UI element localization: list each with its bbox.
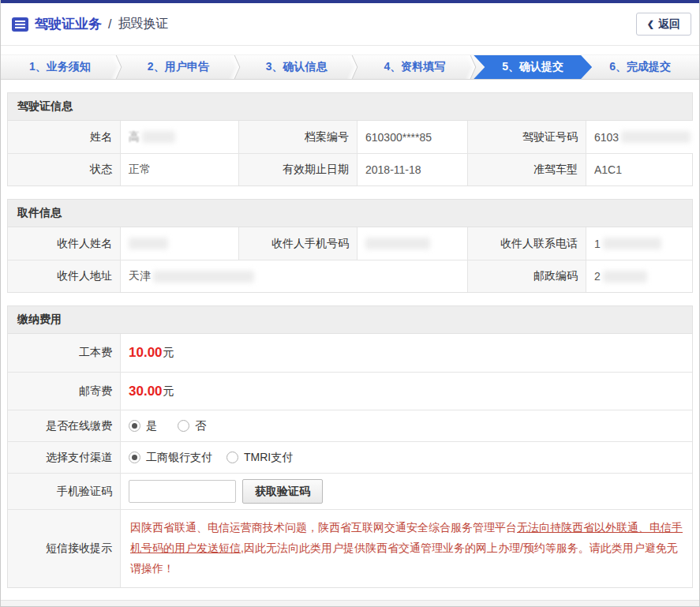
sms-notice-label: 短信接收提示 <box>8 509 120 587</box>
redaction-blur <box>603 271 647 283</box>
vehicle-class-value: A1C1 <box>586 153 692 185</box>
recipient-name-value <box>120 227 238 260</box>
name-label: 姓名 <box>8 121 120 153</box>
step-label: 2、用户申告 <box>148 60 209 74</box>
pickup-info-section: 取件信息 收件人姓名 收件人手机号码 收件人联系电话 1 收件人地址 天津 邮政… <box>7 199 693 293</box>
online-payment-option-yes[interactable]: 是 <box>129 419 157 433</box>
step-separator <box>108 55 119 79</box>
file-number-value: 610300****85 <box>357 121 467 153</box>
header: 驾驶证业务 / 损毁换证 ❮ 返回 <box>1 3 699 46</box>
page: 驾驶证业务 / 损毁换证 ❮ 返回 1、业务须知 2、用户申告 3、确认信息 4… <box>0 0 700 607</box>
work-fee-row: 工本费 10.00元 <box>8 334 692 372</box>
work-fee-amount: 10.00 <box>129 345 163 361</box>
back-button[interactable]: ❮ 返回 <box>636 13 691 36</box>
payment-channel-option-icbc[interactable]: 工商银行支付 <box>129 451 212 465</box>
payment-channel-row: 选择支付渠道 工商银行支付 TMRI支付 <box>8 441 692 473</box>
payment-section-title: 缴纳费用 <box>8 306 692 334</box>
recipient-mobile-value <box>357 227 467 260</box>
payment-channel-options: 工商银行支付 TMRI支付 <box>120 441 692 473</box>
recipient-mobile-label: 收件人手机号码 <box>238 227 357 260</box>
step-4-fill-data: 4、资料填写 <box>355 55 474 79</box>
redaction-blur <box>142 131 175 143</box>
step-3-confirm-info: 3、确认信息 <box>238 55 356 79</box>
step-1-business-notice: 1、业务须知 <box>1 55 119 79</box>
postage-fee-value: 30.00元 <box>120 372 692 410</box>
radio-unselected-icon[interactable] <box>178 420 189 432</box>
step-6-complete-submit: 6、完成提交 <box>581 55 699 79</box>
step-5-confirm-submit-active: 5、确认提交 <box>474 55 592 79</box>
sms-code-label: 手机验证码 <box>8 473 120 509</box>
step-separator <box>462 55 474 79</box>
postal-code-label: 邮政编码 <box>467 260 586 292</box>
license-number-label: 驾驶证号码 <box>467 121 586 153</box>
radio-option-label: 否 <box>195 419 206 433</box>
work-fee-label: 工本费 <box>8 334 120 372</box>
license-info-section-title: 驾驶证信息 <box>8 93 692 121</box>
radio-selected-icon[interactable] <box>129 420 140 432</box>
postage-fee-row: 邮寄费 30.00元 <box>8 372 692 410</box>
redaction-blur <box>129 238 168 249</box>
license-info-section: 驾驶证信息 姓名 高 档案编号 610300****85 驾驶证号码 6103 … <box>7 92 693 186</box>
sms-notice-row: 短信接收提示 因陕西省联通、电信运营商技术问题，陕西省互联网交通安全综合服务管理… <box>8 509 692 587</box>
back-button-label: 返回 <box>658 17 680 32</box>
sms-code-field-group: 获取验证码 <box>120 473 692 509</box>
step-label: 6、完成提交 <box>609 60 671 74</box>
radio-option-label: TMRI支付 <box>244 451 293 465</box>
step-label: 1、业务须知 <box>29 60 91 74</box>
status-label: 状态 <box>8 153 120 185</box>
sms-notice-text: 因陕西省联通、电信运营商技术问题，陕西省互联网交通安全综合服务管理平台无法向持陕… <box>120 509 692 587</box>
valid-until-label: 有效期止日期 <box>238 153 357 185</box>
sms-code-row: 手机验证码 获取验证码 <box>8 473 692 509</box>
radio-selected-icon[interactable] <box>129 452 140 463</box>
step-separator <box>344 55 355 79</box>
payment-channel-label: 选择支付渠道 <box>8 441 120 473</box>
step-progress-bar: 1、业务须知 2、用户申告 3、确认信息 4、资料填写 5、确认提交 6、完成提… <box>1 54 699 80</box>
step-separator <box>226 55 238 79</box>
recipient-phone-label: 收件人联系电话 <box>467 227 586 260</box>
valid-until-value: 2018-11-18 <box>357 153 467 185</box>
status-value: 正常 <box>120 153 238 185</box>
redaction-blur <box>365 238 430 249</box>
license-info-row-1: 姓名 高 档案编号 610300****85 驾驶证号码 6103 <box>8 121 692 153</box>
get-sms-code-button[interactable]: 获取验证码 <box>242 479 323 504</box>
radio-option-label: 是 <box>146 419 157 433</box>
vehicle-class-label: 准驾车型 <box>467 153 586 185</box>
recipient-name-label: 收件人姓名 <box>8 227 120 260</box>
payment-channel-option-tmri[interactable]: TMRI支付 <box>226 451 293 465</box>
radio-option-label: 工商银行支付 <box>146 451 212 465</box>
pickup-info-row-2: 收件人地址 天津 邮政编码 2 <box>8 260 692 292</box>
online-payment-options: 是 否 <box>120 410 692 441</box>
breadcrumb: 驾驶证业务 / 损毁换证 <box>12 15 168 33</box>
sms-code-input[interactable] <box>129 480 236 503</box>
postage-fee-amount: 30.00 <box>129 384 163 399</box>
postage-fee-label: 邮寄费 <box>8 372 120 410</box>
recipient-address-label: 收件人地址 <box>8 260 120 292</box>
work-fee-value: 10.00元 <box>120 334 692 372</box>
step-label: 3、确认信息 <box>266 60 328 74</box>
redaction-blur <box>153 271 254 283</box>
license-number-value: 6103 <box>586 121 698 153</box>
online-payment-row: 是否在线缴费 是 否 <box>8 410 692 441</box>
online-payment-option-no[interactable]: 否 <box>178 419 206 433</box>
license-info-row-2: 状态 正常 有效期止日期 2018-11-18 准驾车型 A1C1 <box>8 153 692 185</box>
sms-notice-part1: 因陕西省联通、电信运营商技术问题，陕西省互联网交通安全综合服务管理平台 <box>130 521 517 534</box>
license-list-icon <box>12 17 28 32</box>
online-payment-label: 是否在线缴费 <box>8 410 120 441</box>
radio-unselected-icon[interactable] <box>226 452 238 463</box>
pickup-info-row-1: 收件人姓名 收件人手机号码 收件人联系电话 1 <box>8 227 692 260</box>
work-fee-unit: 元 <box>163 346 174 360</box>
recipient-phone-value: 1 <box>586 227 692 260</box>
redaction-blur <box>621 131 691 143</box>
page-title: 驾驶证业务 <box>35 15 102 33</box>
page-subtitle: 损毁换证 <box>118 16 168 32</box>
name-value: 高 <box>120 121 238 153</box>
redaction-blur <box>603 238 661 249</box>
step-2-user-declaration: 2、用户申告 <box>119 55 238 79</box>
chevron-left-icon: ❮ <box>647 19 654 29</box>
recipient-address-value: 天津 <box>120 260 467 292</box>
step-label: 5、确认提交 <box>502 60 563 74</box>
footer-action-bar: 上一步 完成 <box>1 600 699 607</box>
pickup-info-section-title: 取件信息 <box>8 200 692 227</box>
step-label: 4、资料填写 <box>384 60 446 74</box>
breadcrumb-separator: / <box>108 17 111 32</box>
